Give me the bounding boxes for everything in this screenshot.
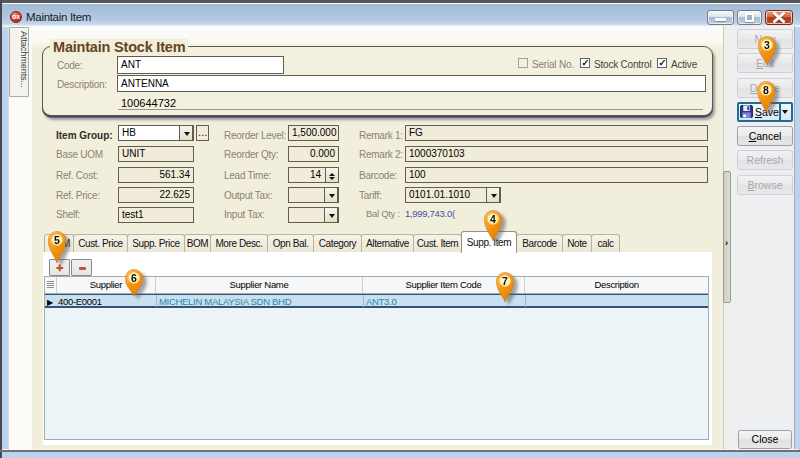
svg-text:7: 7 (502, 275, 508, 287)
svg-text:3: 3 (764, 38, 770, 50)
svg-text:4: 4 (490, 212, 496, 224)
svg-text:6: 6 (131, 272, 137, 283)
svg-text:8: 8 (763, 84, 769, 96)
svg-text:5: 5 (54, 234, 60, 246)
